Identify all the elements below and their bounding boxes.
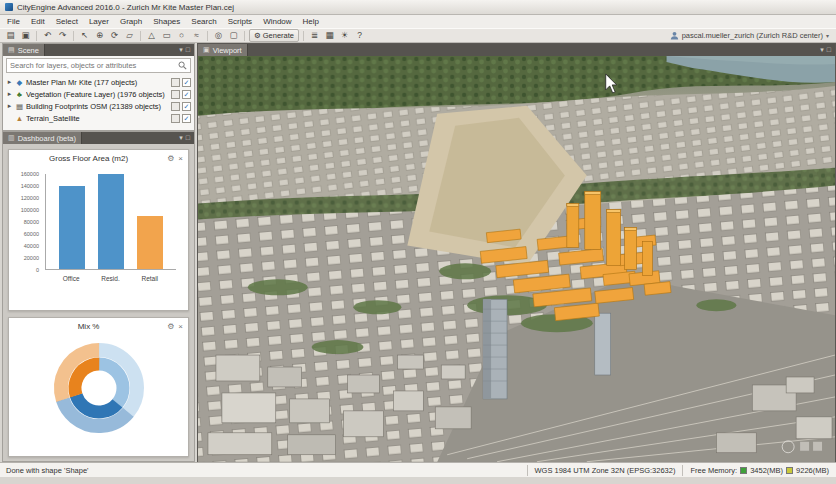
generate-button[interactable]: ⚙ Generate: [249, 29, 299, 42]
layer-visible-checkbox[interactable]: ✓: [182, 114, 191, 123]
curve-tool-icon[interactable]: ≈: [190, 30, 203, 42]
menu-edit[interactable]: Edit: [31, 17, 45, 26]
select-tool-icon[interactable]: ↖: [78, 30, 91, 42]
dashboard-tab-label: Dashboard (beta): [18, 134, 76, 143]
open-icon[interactable]: ▤: [4, 30, 17, 42]
dashboard-content: Gross Floor Area (m2) ⚙ × 02000040000600…: [3, 144, 194, 461]
panel-maximize-icon[interactable]: □: [186, 134, 190, 142]
close-icon[interactable]: ×: [178, 322, 183, 331]
mix-chart-title: Mix %: [14, 322, 163, 331]
layer-label: Building Footprints OSM (21389 objects): [26, 102, 169, 111]
dashboard-panel: ▥ Dashboard (beta) ▾ □ Gross Floor Area …: [2, 131, 195, 462]
viewport-3d-canvas[interactable]: [198, 56, 835, 462]
memory-free-indicator: [740, 467, 747, 474]
viewport-tab-icon: ▣: [203, 46, 210, 54]
polygon-tool-icon[interactable]: △: [145, 30, 158, 42]
gear-icon[interactable]: ⚙: [167, 154, 174, 163]
panel-minimize-icon[interactable]: ▾: [179, 46, 183, 54]
move-tool-icon[interactable]: ⊕: [93, 30, 106, 42]
menu-shapes[interactable]: Shapes: [153, 17, 180, 26]
layer-lock-checkbox[interactable]: [171, 102, 180, 111]
redo-icon[interactable]: ↷: [56, 30, 69, 42]
user-name: pascal.mueller_zurich (Zurich R&D center…: [682, 31, 823, 40]
undo-icon[interactable]: ↶: [41, 30, 54, 42]
layer-lock-checkbox[interactable]: [171, 114, 180, 123]
grid-icon[interactable]: ▦: [323, 30, 336, 42]
menu-help[interactable]: Help: [303, 17, 319, 26]
status-memory: Free Memory: 3452(MB) 9226(MB): [683, 466, 836, 475]
menu-graph[interactable]: Graph: [120, 17, 142, 26]
check-icon: ✓: [184, 115, 190, 122]
bar-chart-y-axis: 0200004000060000800001000001200001400001…: [11, 174, 42, 270]
y-tick-label: 160000: [21, 171, 39, 177]
layer-lock-checkbox[interactable]: [171, 90, 180, 99]
tab-viewport[interactable]: ▣ Viewport: [198, 44, 248, 56]
close-icon[interactable]: ×: [178, 154, 183, 163]
layer-row-building-footprints[interactable]: ▸ ▦ Building Footprints OSM (21389 objec…: [3, 100, 194, 112]
gfa-chart-title: Gross Floor Area (m2): [14, 154, 163, 163]
scene-panel-header: ▤ Scene ▾ □: [3, 44, 194, 56]
expand-arrow-icon[interactable]: ▸: [6, 102, 13, 110]
search-icon[interactable]: [178, 61, 187, 70]
toolbar: ▤ ▣ ↶ ↷ ↖ ⊕ ⟳ ▱ △ ▭ ○ ≈ ◎ ▢ ⚙ Generate ≣…: [0, 28, 836, 43]
scale-tool-icon[interactable]: ▱: [123, 30, 136, 42]
bar-chart-x-axis: OfficeResid.Retail: [45, 272, 176, 284]
generate-gear-icon: ⚙: [254, 31, 261, 40]
tab-scene[interactable]: ▤ Scene: [3, 44, 45, 56]
toolbar-separator: [36, 31, 37, 41]
tab-dashboard[interactable]: ▥ Dashboard (beta): [3, 132, 82, 144]
menu-layer[interactable]: Layer: [89, 17, 109, 26]
x-category-label: Office: [58, 275, 84, 282]
expand-arrow-icon[interactable]: ▸: [6, 90, 13, 98]
menu-search[interactable]: Search: [191, 17, 216, 26]
help-icon[interactable]: ?: [353, 30, 366, 42]
toolbar-separator: [207, 31, 208, 41]
dashboard-panel-header: ▥ Dashboard (beta) ▾ □: [3, 132, 194, 144]
y-tick-label: 140000: [21, 183, 39, 189]
rect-tool-icon[interactable]: ▭: [160, 30, 173, 42]
layer-lock-checkbox[interactable]: [171, 78, 180, 87]
layer-row-vegetation[interactable]: ▸ ♣ Vegetation (Feature Layer) (1976 obj…: [3, 88, 194, 100]
y-tick-label: 20000: [24, 255, 39, 261]
vegetation-layer-icon: ♣: [15, 90, 24, 99]
panel-maximize-icon[interactable]: □: [827, 46, 831, 54]
rotate-tool-icon[interactable]: ⟳: [108, 30, 121, 42]
layer-row-master-plan[interactable]: ▸ ◆ Master Plan Mr Kite (177 objects) ✓: [3, 76, 194, 88]
user-account-chip[interactable]: pascal.mueller_zurich (Zurich R&D center…: [670, 31, 832, 40]
y-tick-label: 0: [36, 267, 39, 273]
layer-label: Vegetation (Feature Layer) (1976 objects…: [26, 90, 169, 99]
layer-visible-checkbox[interactable]: ✓: [182, 102, 191, 111]
panel-minimize-icon[interactable]: ▾: [820, 46, 824, 54]
gear-icon[interactable]: ⚙: [167, 322, 174, 331]
scene-search-input[interactable]: [10, 61, 178, 70]
bar-office: [59, 186, 85, 269]
save-icon[interactable]: ▣: [19, 30, 32, 42]
frame-icon[interactable]: ▢: [227, 30, 240, 42]
buildings-layer-icon: ▦: [15, 102, 24, 111]
app-icon: [5, 3, 13, 11]
crs-label: WGS 1984 UTM Zone 32N (EPSG:32632): [535, 466, 676, 475]
menu-select[interactable]: Select: [56, 17, 78, 26]
menu-bar: File Edit Select Layer Graph Shapes Sear…: [0, 15, 836, 28]
generate-label: Generate: [263, 31, 294, 40]
menu-file[interactable]: File: [7, 17, 20, 26]
expand-arrow-icon[interactable]: ▸: [6, 78, 13, 86]
memory-total-value: 9226(MB): [796, 466, 829, 475]
menu-scripts[interactable]: Scripts: [228, 17, 252, 26]
panel-minimize-icon[interactable]: ▾: [179, 134, 183, 142]
bar-retail: [137, 216, 163, 269]
circle-tool-icon[interactable]: ○: [175, 30, 188, 42]
layer-visible-checkbox[interactable]: ✓: [182, 90, 191, 99]
viewport-3d-scene: [198, 56, 835, 462]
panel-maximize-icon[interactable]: □: [186, 46, 190, 54]
layer-row-terrain[interactable]: ▲ Terrain_Satellite ✓: [3, 112, 194, 124]
y-tick-label: 100000: [21, 207, 39, 213]
layer-visible-checkbox[interactable]: ✓: [182, 78, 191, 87]
toolbar-separator: [140, 31, 141, 41]
lighting-icon[interactable]: ☀: [338, 30, 351, 42]
menu-window[interactable]: Window: [263, 17, 291, 26]
y-tick-label: 60000: [24, 231, 39, 237]
layers-icon[interactable]: ≣: [308, 30, 321, 42]
focus-icon[interactable]: ◎: [212, 30, 225, 42]
viewport-header: ▣ Viewport ▾ □: [198, 44, 835, 56]
